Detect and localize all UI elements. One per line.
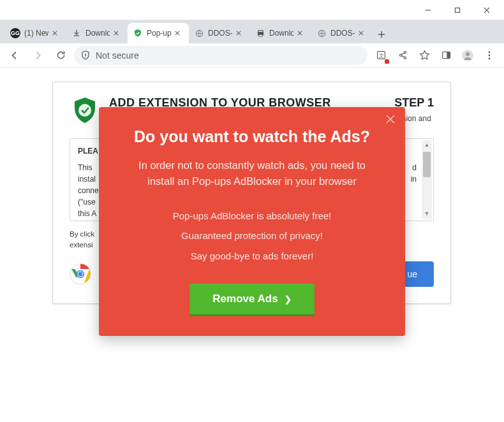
globe-icon xyxy=(194,28,204,38)
shield-badge-icon xyxy=(70,96,100,127)
modal-title: Do you want to watch the Ads? xyxy=(124,127,380,146)
modal-close-button[interactable] xyxy=(385,115,396,126)
svg-rect-31 xyxy=(447,52,450,58)
svg-rect-13 xyxy=(258,30,262,32)
svg-point-27 xyxy=(404,52,406,54)
tab-label: Download xyxy=(85,29,110,38)
svg-point-37 xyxy=(78,104,91,117)
remove-ads-label: Remove Ads xyxy=(212,293,278,305)
page-content: pcrisk.com ADD EXTENSION TO YOUR BROWSER… xyxy=(0,68,504,422)
window-maximize-button[interactable] xyxy=(443,1,472,20)
menu-button[interactable] xyxy=(480,46,499,65)
tab-download-1[interactable]: Download xyxy=(66,23,128,43)
modal-bullets: Pop-ups AdBlocker is absolutely free! Gu… xyxy=(124,206,380,266)
svg-point-42 xyxy=(78,272,83,276)
modal-bullet: Say good-bye to ads forever! xyxy=(124,246,380,266)
svg-point-34 xyxy=(489,51,491,53)
download-icon xyxy=(71,28,82,38)
close-icon[interactable] xyxy=(52,29,61,38)
svg-point-29 xyxy=(404,57,406,59)
chrome-logo-icon xyxy=(70,263,91,285)
close-icon[interactable] xyxy=(297,29,306,38)
svg-rect-1 xyxy=(456,8,460,12)
tab-label: DDOS-GU xyxy=(208,29,232,38)
svg-point-28 xyxy=(399,54,401,56)
close-icon[interactable] xyxy=(236,29,245,38)
close-icon[interactable] xyxy=(114,29,122,38)
reload-button[interactable] xyxy=(51,46,70,65)
bookmark-button[interactable] xyxy=(415,46,434,65)
agreement-body-right: d in xyxy=(411,162,417,221)
close-icon[interactable] xyxy=(175,29,184,38)
profile-button[interactable] xyxy=(458,46,477,65)
tab-strip: GG (1) New M Download Pop-ups DDOS-GU Do… xyxy=(0,20,504,43)
svg-point-35 xyxy=(489,54,491,56)
tab-new-message[interactable]: GG (1) New M xyxy=(5,23,66,43)
tab-label: (1) New M xyxy=(24,29,48,38)
not-secure-icon xyxy=(80,50,91,61)
share-button[interactable] xyxy=(393,46,412,65)
svg-point-33 xyxy=(466,52,470,56)
svg-point-36 xyxy=(489,57,491,59)
tab-download-2[interactable]: Download xyxy=(250,23,311,43)
svg-text:文: 文 xyxy=(378,53,383,59)
modal-bullet: Pop-ups AdBlocker is absolutely free! xyxy=(124,206,380,226)
forward-button[interactable] xyxy=(28,46,47,65)
address-text: Not secure xyxy=(96,50,139,61)
tab-ddos-2[interactable]: DDOS-GU xyxy=(311,23,373,43)
ads-modal: Do you want to watch the Ads? In order n… xyxy=(99,107,405,336)
modal-bullet: Guaranteed protection of privacy! xyxy=(124,226,380,246)
chevron-right-icon: ❯ xyxy=(285,295,292,304)
globe-icon xyxy=(316,28,327,38)
tab-popups[interactable]: Pop-ups xyxy=(128,23,189,43)
agreement-body-left: This instal conne ("use this A there the… xyxy=(78,162,99,221)
address-bar[interactable]: Not secure xyxy=(74,46,367,65)
window-minimize-button[interactable] xyxy=(413,1,443,20)
new-tab-button[interactable] xyxy=(373,25,390,43)
scrollbar[interactable]: ▲ ▼ xyxy=(422,140,432,219)
back-button[interactable] xyxy=(5,46,24,65)
close-icon[interactable] xyxy=(359,29,367,38)
modal-subtitle: In order not to constantly watch ads, yo… xyxy=(124,157,380,189)
favicon-gg-icon: GG xyxy=(10,28,20,38)
scroll-thumb[interactable] xyxy=(423,152,431,177)
remove-ads-button[interactable]: Remove Ads ❯ xyxy=(189,284,314,314)
tab-ddos-1[interactable]: DDOS-GU xyxy=(189,23,250,43)
translate-button[interactable]: 文 xyxy=(371,46,390,65)
svg-rect-15 xyxy=(258,34,262,36)
tab-label: DDOS-GU xyxy=(330,29,355,38)
svg-point-24 xyxy=(85,57,86,58)
tab-label: Download xyxy=(269,29,293,38)
scroll-down-icon[interactable]: ▼ xyxy=(422,209,432,219)
tab-label: Pop-ups xyxy=(147,29,171,38)
window-titlebar xyxy=(0,0,504,20)
window-close-button[interactable] xyxy=(472,1,501,20)
printer-icon xyxy=(255,28,265,38)
scroll-up-icon[interactable]: ▲ xyxy=(422,140,432,150)
shield-icon xyxy=(133,28,143,38)
browser-toolbar: Not secure 文 xyxy=(0,43,504,68)
side-panel-button[interactable] xyxy=(436,46,456,65)
accept-label: ue xyxy=(407,269,417,279)
